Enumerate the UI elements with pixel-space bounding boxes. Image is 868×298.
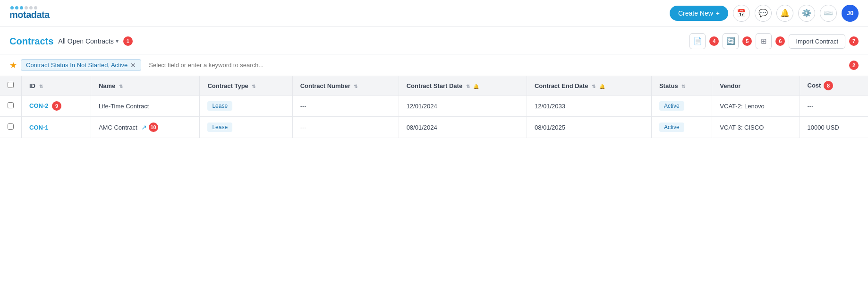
row-id-cell: CON-2 9 (22, 96, 91, 117)
annotation-badge-10: 10 (149, 123, 158, 132)
export-button[interactable]: 📄 (689, 33, 706, 49)
contract-name-con2: Life-Time Contract (99, 103, 149, 110)
logo-dot-2 (15, 6, 18, 9)
status-badge-con2: Active (659, 101, 684, 111)
logo-dot-5 (29, 6, 33, 9)
import-contract-button[interactable]: Import Contract (789, 34, 845, 49)
create-new-button[interactable]: Create New + (670, 6, 728, 21)
export-icon: 📄 (693, 37, 702, 45)
gear-icon: ⚙️ (802, 9, 811, 18)
sort-number-icon: ⇅ (354, 84, 357, 89)
row-checkbox-cell (0, 117, 22, 138)
row-status-cell: Active (651, 96, 712, 117)
annotation-badge-2: 2 (849, 61, 859, 70)
chat-icon: 💬 (758, 9, 768, 18)
logo-dot-3 (20, 6, 23, 9)
end-date-con1: 08/01/2025 (535, 124, 565, 131)
col-start-date[interactable]: Contract Start Date ⇅ 🔔 (399, 76, 527, 96)
calendar-button[interactable]: 📅 (733, 5, 750, 22)
row-number-cell: --- (292, 96, 399, 117)
search-input[interactable] (145, 60, 845, 70)
logo: motadata (9, 6, 50, 20)
keyboard-button[interactable]: ⌨️ (820, 5, 837, 22)
calendar-icon: 📅 (737, 9, 746, 18)
page-title: Contracts (9, 36, 53, 47)
row-id-cell: CON-1 (22, 117, 91, 138)
app-name: motadata (9, 9, 50, 20)
table-row: CON-1 AMC Contract ↗ 10 Lease --- 08/01/ (0, 117, 868, 138)
create-new-plus-icon: + (716, 9, 720, 17)
page-header: Contracts All Open Contracts ▾ 1 📄 4 🔄 5… (0, 26, 868, 54)
logo-dot-4 (25, 6, 28, 9)
bell-icon: 🔔 (780, 9, 790, 18)
logo-dot-1 (10, 6, 14, 9)
filter-tag: Contract Status In Not Started, Active ✕ (21, 59, 141, 71)
col-end-date[interactable]: Contract End Date ⇅ 🔔 (527, 76, 651, 96)
annotation-badge-1: 1 (123, 36, 133, 46)
contract-name-con1: AMC Contract (99, 124, 137, 131)
bell-button[interactable]: 🔔 (776, 5, 793, 22)
filter-tag-label: Contract Status In Not Started, Active (26, 61, 128, 69)
select-all-checkbox[interactable] (8, 82, 14, 88)
page-title-area: Contracts All Open Contracts ▾ 1 (9, 36, 133, 47)
annotation-badge-8: 8 (824, 81, 833, 90)
start-date-con1: 08/01/2024 (407, 124, 437, 131)
refresh-button[interactable]: 🔄 (723, 33, 739, 49)
import-contract-label: Import Contract (796, 38, 838, 45)
page-actions: 📄 4 🔄 5 ⊞ 6 Import Contract 7 (689, 33, 859, 49)
vendor-con2: VCAT-2: Lenovo (720, 103, 764, 110)
grid-icon: ⊞ (761, 37, 767, 45)
row-vendor-cell: VCAT-3: CISCO (712, 117, 800, 138)
sort-end-icon: ⇅ (592, 84, 596, 89)
table-row: CON-2 9 Life-Time Contract Lease --- 12/… (0, 96, 868, 117)
view-selector[interactable]: All Open Contracts ▾ (58, 37, 119, 45)
user-avatar[interactable]: J0 (842, 5, 859, 22)
filter-tag-close-icon[interactable]: ✕ (130, 62, 136, 69)
annotation-badge-9: 9 (52, 101, 61, 111)
filter-bar: ★ Contract Status In Not Started, Active… (0, 54, 868, 76)
contracts-table-container: ID ⇅ Name ⇅ Contract Type ⇅ Contract Num… (0, 76, 868, 138)
contract-id-link-con2[interactable]: CON-2 (29, 102, 48, 109)
col-name[interactable]: Name ⇅ (91, 76, 200, 96)
sort-id-icon: ⇅ (39, 84, 43, 89)
col-status[interactable]: Status ⇅ (651, 76, 712, 96)
row-number-cell: --- (292, 117, 399, 138)
annotation-badge-4: 4 (709, 36, 719, 46)
vendor-con1: VCAT-3: CISCO (720, 124, 764, 131)
open-in-new-icon[interactable]: ↗ (141, 123, 147, 131)
chevron-down-icon: ▾ (116, 38, 119, 44)
select-all-header (0, 76, 22, 96)
row-end-cell: 08/01/2025 (527, 117, 651, 138)
row-type-cell: Lease (200, 117, 292, 138)
chat-button[interactable]: 💬 (755, 5, 772, 22)
contract-type-badge-con1: Lease (207, 123, 232, 132)
row-name-cell: AMC Contract ↗ 10 (91, 117, 200, 138)
grid-view-button[interactable]: ⊞ (756, 33, 772, 49)
contract-number-con2: --- (300, 103, 306, 110)
row-cost-cell: --- (800, 96, 868, 117)
row-checkbox-cell (0, 96, 22, 117)
row-cost-cell: 10000 USD (800, 117, 868, 138)
row-status-cell: Active (651, 117, 712, 138)
start-date-con2: 12/01/2024 (407, 103, 437, 110)
col-id[interactable]: ID ⇅ (22, 76, 91, 96)
contract-number-con1: --- (300, 124, 306, 131)
table-header-row: ID ⇅ Name ⇅ Contract Type ⇅ Contract Num… (0, 76, 868, 96)
favorite-star-icon[interactable]: ★ (9, 60, 17, 70)
sort-status-icon: ⇅ (681, 84, 685, 89)
sort-start-icon: ⇅ (466, 84, 470, 89)
col-contract-type[interactable]: Contract Type ⇅ (200, 76, 292, 96)
col-vendor: Vendor (712, 76, 800, 96)
annotation-badge-6: 6 (775, 36, 785, 46)
row-checkbox-con2[interactable] (8, 102, 14, 108)
row-start-cell: 08/01/2024 (399, 117, 527, 138)
settings-button[interactable]: ⚙️ (798, 5, 815, 22)
keyboard-icon: ⌨️ (824, 9, 833, 18)
cost-con2: --- (808, 103, 814, 110)
row-checkbox-con1[interactable] (8, 123, 14, 130)
col-cost: Cost 8 (800, 76, 868, 96)
contract-id-link-con1[interactable]: CON-1 (29, 124, 48, 131)
sort-name-icon: ⇅ (119, 84, 123, 89)
col-contract-number[interactable]: Contract Number ⇅ (292, 76, 399, 96)
cost-con1: 10000 USD (808, 124, 839, 131)
